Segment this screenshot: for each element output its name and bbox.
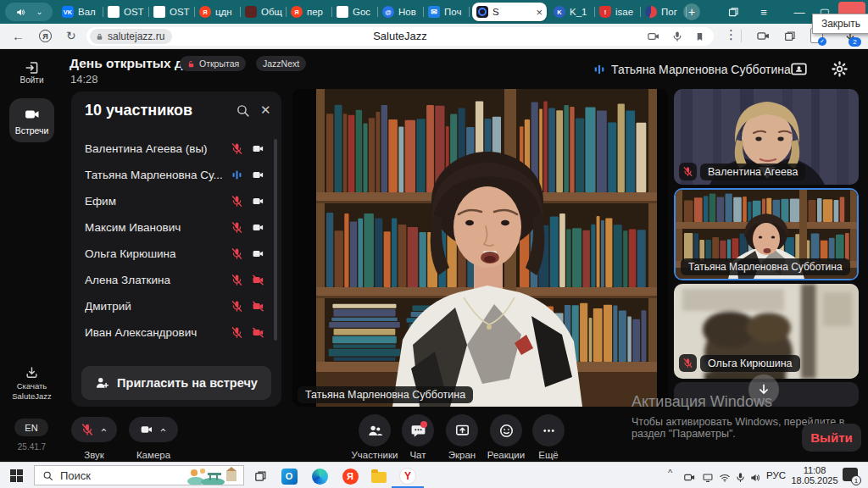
browser-tab[interactable]: @Нов xyxy=(378,0,424,24)
tab-audio-button[interactable]: ⌄ xyxy=(5,3,53,21)
settings-gear-icon[interactable] xyxy=(831,60,849,78)
reactions-button[interactable] xyxy=(490,414,522,446)
extension-icon[interactable] xyxy=(783,28,797,43)
screen-share-button[interactable] xyxy=(446,414,478,446)
search-icon[interactable] xyxy=(236,103,250,118)
participant-tile[interactable]: Ольга Кирюшина xyxy=(674,284,859,379)
tab-title: isae xyxy=(615,7,637,17)
search-icon xyxy=(42,470,53,481)
tray-display-icon[interactable] xyxy=(702,469,714,485)
browser-tab[interactable]: VKВал xyxy=(58,0,103,24)
participant-tile[interactable]: Валентина Агеева xyxy=(674,89,859,185)
participants-panel: 10 участников ✕ Валентина Агеева (вы)Тат… xyxy=(71,92,281,407)
scrollbar[interactable] xyxy=(274,139,277,341)
clock-date: 18.05.2025 xyxy=(788,475,841,485)
camera-on-icon xyxy=(252,169,264,181)
new-tab-button[interactable]: + xyxy=(683,3,700,20)
invite-button[interactable]: Пригласить на встречу xyxy=(81,366,271,400)
mic-muted-icon xyxy=(679,354,697,372)
task-view-button[interactable] xyxy=(251,467,270,485)
yandex-favicon: Я xyxy=(291,6,303,18)
participant-row[interactable]: Ефим xyxy=(85,188,264,214)
bookmark-icon[interactable] xyxy=(694,31,705,42)
browser-tab[interactable]: ✉Поч xyxy=(424,0,470,24)
close-panel-icon[interactable]: ✕ xyxy=(260,103,271,118)
tray-speaker-icon[interactable] xyxy=(749,469,761,485)
yandex-browser-taskbar-icon[interactable]: Y xyxy=(398,467,417,485)
participants-label: Участники xyxy=(342,450,408,460)
camera-toggle-button[interactable] xyxy=(129,417,178,442)
camera-permission-icon[interactable] xyxy=(647,30,660,43)
browser-tab[interactable]: Япер xyxy=(287,0,332,24)
chevron-up-icon[interactable] xyxy=(99,425,108,435)
browser-tab[interactable]: Яцдн xyxy=(195,0,241,24)
chevron-down-icon[interactable]: ⌄ xyxy=(36,8,43,16)
participant-row[interactable]: Татьяна Марленовна Су... xyxy=(85,162,264,188)
browser-tab[interactable]: !isae xyxy=(595,0,641,24)
participant-row[interactable]: Валентина Агеева (вы) xyxy=(85,136,264,162)
back-button[interactable]: ← xyxy=(12,29,25,43)
mic-permission-icon[interactable] xyxy=(671,30,683,42)
more-button[interactable] xyxy=(532,414,565,446)
tray-mic-icon[interactable] xyxy=(735,469,746,485)
login-button[interactable]: Войти xyxy=(0,59,64,85)
tab-close-icon[interactable]: × xyxy=(536,7,542,18)
taskbar-search[interactable]: Поиск xyxy=(34,465,244,485)
pogoda-favicon xyxy=(645,6,657,18)
page-favicon xyxy=(108,6,120,18)
reload-button[interactable]: ↻ xyxy=(66,29,76,42)
participants-button[interactable] xyxy=(359,414,391,446)
tab-title: Поч xyxy=(444,7,465,17)
language-indicator[interactable]: РУС xyxy=(766,470,786,480)
download-app-button[interactable]: Скачать SaluteJazz xyxy=(0,364,64,402)
browser-tab[interactable]: OST xyxy=(103,0,149,24)
browser-tab[interactable]: Пог xyxy=(641,0,687,24)
start-button[interactable] xyxy=(10,469,23,482)
yandex-favicon: Я xyxy=(199,6,211,18)
tray-camera-icon[interactable] xyxy=(683,469,696,485)
more-menu-icon[interactable]: ⋮ xyxy=(725,27,737,42)
participant-row[interactable]: Алена Златкина xyxy=(85,267,264,293)
participants-list: Валентина Агеева (вы)Татьяна Марленовна … xyxy=(85,136,264,346)
edge-taskbar-icon[interactable] xyxy=(310,467,329,485)
mic-muted-icon xyxy=(231,300,243,313)
participant-row[interactable]: Дмитрий xyxy=(85,293,264,319)
minimize-button[interactable]: — xyxy=(788,0,810,24)
outlook-taskbar-icon[interactable]: O xyxy=(280,467,298,485)
main-stage-video[interactable]: Татьяна Марленовна Субботина xyxy=(292,89,668,407)
sound-toggle-button[interactable] xyxy=(71,417,117,442)
contact-card-icon[interactable] xyxy=(790,60,808,78)
chat-button[interactable] xyxy=(402,414,434,446)
yandex-home-icon[interactable]: Я xyxy=(39,30,52,42)
tray-chevron-icon[interactable]: ^ xyxy=(668,468,672,478)
browser-tab[interactable]: OST xyxy=(149,0,195,24)
omnibox[interactable]: salutejazz.ru SaluteJazz xyxy=(86,27,714,46)
download-icon xyxy=(25,365,39,380)
browser-tab[interactable]: KK_1 xyxy=(549,0,595,24)
tab-panels-icon[interactable] xyxy=(722,0,744,24)
tray-wifi-icon[interactable] xyxy=(719,469,731,485)
taskbar-clock[interactable]: 11:08 18.05.2025 xyxy=(788,465,841,485)
participant-row[interactable]: Ольга Кирюшина xyxy=(85,241,264,267)
scroll-filmstrip-down-button[interactable] xyxy=(748,374,779,405)
browser-tab[interactable]: Goc xyxy=(332,0,378,24)
mic-muted-icon xyxy=(231,142,243,155)
leave-meeting-button[interactable]: Выйти xyxy=(802,424,861,452)
participant-row[interactable]: Максим Иванович xyxy=(85,214,264,241)
chevron-up-icon[interactable] xyxy=(159,425,168,435)
screenshot-extension-icon[interactable] xyxy=(756,28,771,43)
vk-favicon: VK xyxy=(62,6,74,18)
stage-video-content xyxy=(292,89,668,407)
desktop-screen: ⌄ VKВалOSTOSTЯцднОбщЯперGoc@Нов✉ПочS×KK_… xyxy=(0,0,868,488)
browser-menu-icon[interactable]: ≡ xyxy=(753,0,775,24)
file-explorer-taskbar-icon[interactable] xyxy=(370,467,388,485)
participant-tile-active-speaker[interactable]: Татьяна Марленовна Субботина xyxy=(674,188,859,280)
language-toggle[interactable]: EN xyxy=(14,419,48,436)
chat-label: Чат xyxy=(402,450,434,460)
search-highlight-illustration[interactable] xyxy=(187,466,242,485)
browser-tab[interactable]: Общ xyxy=(241,0,287,24)
yandex-app-taskbar-icon[interactable]: Я xyxy=(341,467,359,485)
sidebar-item-meetings[interactable]: Встречи xyxy=(9,98,54,142)
browser-tab[interactable]: S× xyxy=(472,3,547,21)
participant-row[interactable]: Иван Александрович xyxy=(85,319,264,346)
